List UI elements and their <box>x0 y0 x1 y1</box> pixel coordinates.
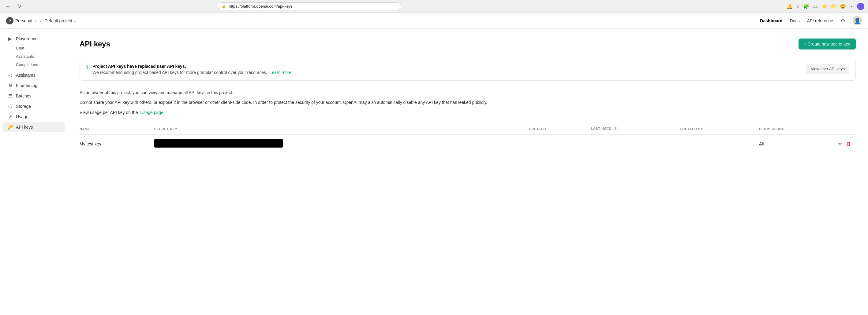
col-name: NAME <box>80 123 154 135</box>
app-header-left: P Personal ⌄ / Default project ⌄ <box>6 17 76 25</box>
sidebar-label-batches: Batches <box>16 94 32 98</box>
main-content: API keys + Create new secret key ℹ Proje… <box>67 29 868 315</box>
usage-icon: ↗ <box>7 114 13 119</box>
settings-icon[interactable]: ⚙ <box>840 18 845 24</box>
sidebar-item-batches[interactable]: ☰ Batches <box>2 91 65 101</box>
sidebar: ▶ Playground Chat Assistants Completions… <box>0 29 67 315</box>
favorites-icon[interactable]: ⭐ <box>822 3 828 9</box>
sidebar-section-playground: ▶ Playground Chat Assistants Completions <box>0 34 67 69</box>
create-secret-key-button[interactable]: + Create new secret key <box>799 38 856 49</box>
breadcrumb-separator: / <box>40 18 41 23</box>
sidebar-item-fine-tuning[interactable]: ≋ Fine-tuning <box>2 80 65 91</box>
learn-more-link[interactable]: Learn more <box>270 70 292 75</box>
desc-line-1: As an owner of this project, you can vie… <box>80 89 856 96</box>
bookmark-icon[interactable]: ☆ <box>796 3 800 9</box>
api-keys-icon: 🔑 <box>7 124 13 130</box>
app-header: P Personal ⌄ / Default project ⌄ Dashboa… <box>0 13 868 29</box>
key-name: My test key <box>80 135 154 153</box>
key-permissions: All ✏ 🗑 <box>759 135 856 153</box>
workspace-selector[interactable]: P Personal ⌄ <box>6 17 37 25</box>
view-user-api-keys-button[interactable]: View user API keys <box>806 64 849 74</box>
key-secret <box>154 135 529 153</box>
sidebar-label-storage: Storage <box>16 104 31 109</box>
project-selector[interactable]: Default project ⌄ <box>44 18 76 23</box>
sidebar-item-assistants[interactable]: ◎ Assistants <box>2 70 65 80</box>
batches-icon: ☰ <box>7 93 13 99</box>
browser-chrome: ← ↻ 🔒 https://platform.openai.com/api-ke… <box>0 0 868 13</box>
key-last-used <box>591 135 680 153</box>
lock-icon: 🔒 <box>222 4 226 8</box>
col-permissions: PERMISSIONS <box>759 123 856 135</box>
description-block: As an owner of this project, you can vie… <box>80 89 856 116</box>
col-last-used: LAST USED ⓘ <box>591 123 680 135</box>
playground-icon: ▶ <box>7 36 13 41</box>
workspace-chevron-icon: ⌄ <box>34 19 37 23</box>
sidebar-label-api-keys: API keys <box>16 125 33 130</box>
back-button[interactable]: ← <box>4 2 12 11</box>
key-created <box>529 135 591 153</box>
nav-dashboard[interactable]: Dashboard <box>760 18 782 23</box>
assistants-icon: ◎ <box>7 72 13 78</box>
usage-page-link[interactable]: Usage page <box>140 110 163 115</box>
sidebar-sub-item-assistants-sub[interactable]: Assistants <box>16 52 65 61</box>
app-header-right: Dashboard Docs API reference ⚙ 👤 <box>760 16 862 25</box>
workspace-avatar: P <box>6 17 13 25</box>
info-circle-icon: ℹ <box>86 64 88 71</box>
table-row-actions: ✏ 🗑 <box>838 141 851 147</box>
fine-tuning-icon: ≋ <box>7 83 13 88</box>
reader-icon[interactable]: 📖 <box>812 3 818 9</box>
browser-nav-buttons: ← ↻ <box>4 2 23 11</box>
sidebar-label-usage: Usage <box>16 114 28 119</box>
notification-icon[interactable]: 🔔 <box>786 3 793 9</box>
table-header: NAME SECRET KEY CREATED LAST USED ⓘ CREA… <box>80 123 856 135</box>
browser-toolbar-right: 🔔 ☆ 🧩 📖 ⭐ 📁 😊 ⋯ <box>786 3 864 10</box>
col-secret-key: SECRET KEY <box>154 123 529 135</box>
url-text: https://platform.openai.com/api-keys <box>229 4 397 8</box>
info-banner-title: Project API keys have replaced user API … <box>92 64 291 69</box>
extensions-icon[interactable]: 🧩 <box>803 3 809 9</box>
desc-line-3-text: View usage per API key on the <box>80 110 138 115</box>
table-row: My test key All ✏ 🗑 <box>80 135 856 153</box>
refresh-button[interactable]: ↻ <box>15 2 23 11</box>
page-title: API keys <box>80 40 110 48</box>
workspace-name: Personal <box>15 18 32 23</box>
info-banner: ℹ Project API keys have replaced user AP… <box>80 58 856 81</box>
nav-api-reference[interactable]: API reference <box>807 18 833 23</box>
col-created: CREATED <box>529 123 591 135</box>
last-used-info-icon[interactable]: ⓘ <box>614 127 618 131</box>
address-bar[interactable]: 🔒 https://platform.openai.com/api-keys <box>218 2 401 10</box>
sidebar-sub-item-completions[interactable]: Completions <box>16 61 65 69</box>
sidebar-label-assistants: Assistants <box>16 73 35 78</box>
user-avatar[interactable]: 👤 <box>853 16 862 25</box>
api-keys-table: NAME SECRET KEY CREATED LAST USED ⓘ CREA… <box>80 123 856 153</box>
desc-line-2: Do not share your API key with others, o… <box>80 99 856 106</box>
project-chevron-icon: ⌄ <box>73 19 76 23</box>
project-name: Default project <box>44 18 72 23</box>
table-body: My test key All ✏ 🗑 <box>80 135 856 153</box>
delete-key-button[interactable]: 🗑 <box>846 141 851 147</box>
app-layout: ▶ Playground Chat Assistants Completions… <box>0 29 868 315</box>
desc-line-3: View usage per API key on the Usage page… <box>80 109 856 116</box>
sidebar-label-fine-tuning: Fine-tuning <box>16 83 37 88</box>
storage-icon: ⬡ <box>7 104 13 109</box>
info-banner-text: Project API keys have replaced user API … <box>92 64 291 75</box>
info-banner-desc: We recommend using project based API key… <box>92 70 291 75</box>
sidebar-sub-playground: Chat Assistants Completions <box>0 44 67 69</box>
sidebar-item-api-keys[interactable]: 🔑 API keys <box>2 122 65 132</box>
key-masked-value <box>154 139 283 147</box>
more-icon[interactable]: ⋯ <box>849 3 854 9</box>
profile-icon[interactable]: 😊 <box>840 3 846 9</box>
collections-icon[interactable]: 📁 <box>831 3 837 9</box>
sidebar-item-playground[interactable]: ▶ Playground <box>2 34 65 44</box>
edit-key-button[interactable]: ✏ <box>838 141 842 147</box>
sidebar-item-storage[interactable]: ⬡ Storage <box>2 101 65 111</box>
info-banner-desc-text: We recommend using project based API key… <box>92 70 267 75</box>
sidebar-sub-item-chat[interactable]: Chat <box>16 44 65 52</box>
nav-docs[interactable]: Docs <box>789 18 800 23</box>
col-created-by: CREATED BY <box>680 123 759 135</box>
browser-user-avatar <box>857 3 864 10</box>
page-header: API keys + Create new secret key <box>80 38 856 49</box>
permissions-value: All <box>759 141 764 146</box>
info-banner-left: ℹ Project API keys have replaced user AP… <box>86 64 291 75</box>
sidebar-item-usage[interactable]: ↗ Usage <box>2 111 65 122</box>
